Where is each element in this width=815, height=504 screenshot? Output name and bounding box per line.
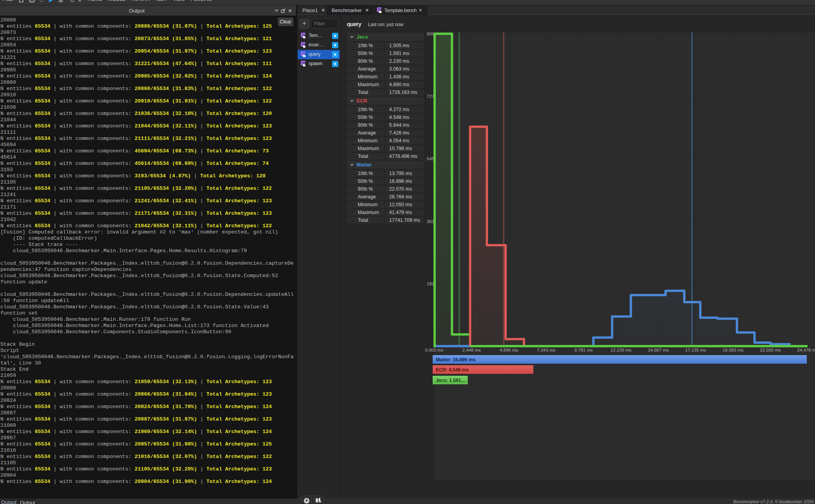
svg-text:545: 545 (427, 156, 434, 161)
svg-text:Matter: 16.896 ms: Matter: 16.896 ms (436, 357, 476, 363)
svg-text:17.135 ms: 17.135 ms (685, 348, 706, 352)
svg-text:22.030 ms: 22.030 ms (760, 348, 781, 352)
svg-text:Jecs: 1.591…: Jecs: 1.591… (436, 378, 466, 383)
svg-text:0.000 ms: 0.000 ms (425, 348, 444, 352)
svg-text:363: 363 (427, 219, 434, 224)
svg-text:ECR: 4.548 ms: ECR: 4.548 ms (436, 367, 469, 373)
svg-text:4.896 ms: 4.896 ms (500, 348, 518, 352)
svg-text:12.239 ms: 12.239 ms (611, 348, 632, 352)
svg-text:909: 909 (427, 32, 434, 36)
svg-text:14.687 ms: 14.687 ms (648, 348, 669, 352)
svg-text:727: 727 (427, 94, 434, 99)
svg-text:9.791 ms: 9.791 ms (574, 348, 593, 352)
svg-text:24.478 ms: 24.478 ms (797, 348, 815, 352)
svg-text:7.343 ms: 7.343 ms (537, 348, 556, 352)
svg-text:19.583 ms: 19.583 ms (723, 348, 744, 352)
svg-text:181: 181 (427, 281, 434, 286)
svg-text:2.448 ms: 2.448 ms (462, 348, 481, 352)
